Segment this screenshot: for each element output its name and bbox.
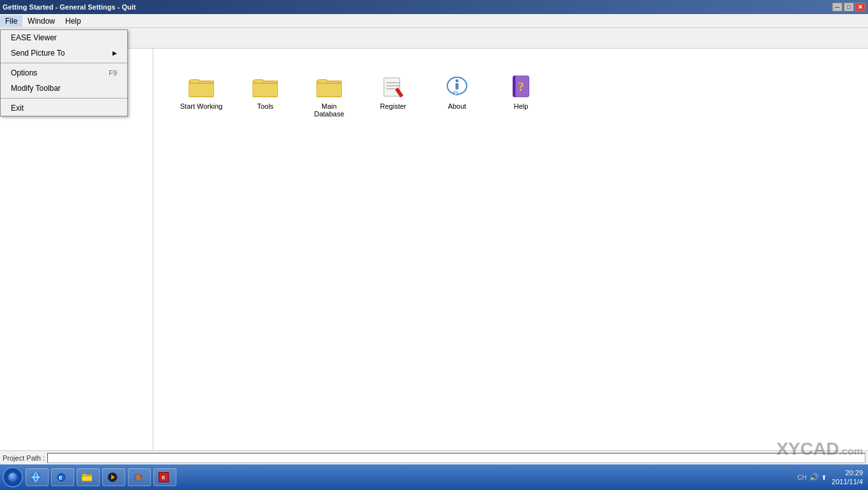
file-menu[interactable]: File	[0, 15, 22, 27]
sys-tray: CH 🔊 ⬆	[798, 473, 826, 482]
exit-item[interactable]: Exit	[1, 100, 127, 116]
svg-rect-36	[82, 474, 86, 476]
svg-rect-13	[316, 83, 342, 97]
svg-text:e: e	[59, 474, 63, 481]
folder-taskbar-icon	[81, 471, 93, 483]
main-database-label: Main Database	[307, 102, 352, 118]
svg-text:?: ?	[518, 80, 524, 93]
title-bar: Getting Started - General Settings - Qui…	[0, 0, 868, 14]
menu-separator-1	[1, 63, 127, 63]
taskbar-app-ie[interactable]: e	[51, 468, 74, 486]
main-layout: Main Database Start Working	[0, 49, 868, 450]
tray-volume-icon: ⬆	[821, 474, 826, 481]
about-icon-item[interactable]: About	[435, 74, 479, 118]
modify-toolbar-item[interactable]: Modify Toolbar	[1, 81, 127, 96]
taskbar-clock: 20:29 2011/11/4	[832, 468, 863, 487]
file-menu-container: File EASE Viewer Send Picture To ▶ Optio…	[0, 15, 22, 27]
start-working-icon	[189, 74, 214, 100]
status-label: Project Path :	[3, 454, 45, 462]
register-icon-item[interactable]: Register	[371, 74, 415, 118]
register-label: Register	[380, 102, 407, 110]
window-controls: ─ □ ✕	[832, 3, 865, 12]
watermark: XYCAD.com	[777, 439, 863, 459]
taskbar-right: CH 🔊 ⬆ 20:29 2011/11/4	[798, 468, 865, 487]
send-picture-to-item[interactable]: Send Picture To ▶	[1, 45, 127, 61]
taskbar-app-media[interactable]	[102, 468, 125, 486]
taskbar: e E CH 🔊 ⬆ 20:29 2011/11/4	[0, 464, 868, 490]
svg-rect-8	[190, 80, 199, 84]
svg-rect-35	[82, 476, 92, 481]
taskbar-app-folder[interactable]	[77, 468, 100, 486]
svg-rect-7	[189, 83, 214, 97]
minimize-button[interactable]: ─	[832, 3, 842, 12]
ease-icon: E	[158, 471, 169, 483]
menu-bar: File EASE Viewer Send Picture To ▶ Optio…	[0, 14, 868, 28]
title-text: Getting Started - General Settings - Qui…	[3, 3, 136, 11]
register-icon	[380, 74, 406, 100]
svg-rect-24	[456, 83, 459, 90]
submenu-arrow: ▶	[112, 50, 117, 56]
status-value	[47, 453, 865, 463]
tray-ch-icon: CH	[798, 474, 807, 481]
taskbar-app-ease[interactable]: E	[153, 468, 176, 486]
tools-label: Tools	[257, 102, 274, 110]
media-icon	[107, 471, 118, 483]
icon-grid: Start Working Tools	[166, 61, 855, 130]
status-bar: Project Path :	[0, 450, 868, 464]
tray-network-icon: 🔊	[809, 473, 819, 482]
restore-button[interactable]: □	[844, 3, 854, 12]
start-orb	[8, 473, 17, 482]
tools-icon-item[interactable]: Tools	[243, 74, 288, 118]
close-button[interactable]: ✕	[855, 3, 865, 12]
taskbar-app-explorer[interactable]	[26, 468, 49, 486]
about-label: About	[448, 102, 467, 110]
main-database-icon	[316, 74, 342, 100]
options-item[interactable]: Options F9	[1, 65, 127, 81]
menu-separator-2	[1, 98, 127, 99]
svg-rect-15	[384, 78, 400, 97]
svg-point-23	[456, 79, 459, 83]
help-icon: ?	[508, 74, 534, 100]
explorer-icon	[30, 471, 42, 483]
svg-rect-26	[513, 76, 516, 97]
content-area: Start Working Tools	[153, 49, 868, 450]
svg-rect-11	[254, 80, 263, 84]
ease-viewer-item[interactable]: EASE Viewer	[1, 30, 127, 45]
options-shortcut: F9	[109, 69, 117, 77]
about-icon	[444, 74, 470, 100]
start-working-label: Start Working	[180, 102, 222, 110]
start-button[interactable]	[3, 467, 23, 487]
taskbar-app-firefox[interactable]	[128, 468, 151, 486]
help-icon-item[interactable]: ? Help	[499, 74, 543, 118]
help-menu[interactable]: Help	[60, 15, 86, 27]
file-dropdown: EASE Viewer Send Picture To ▶ Options F9…	[0, 29, 128, 116]
svg-rect-10	[252, 83, 278, 97]
window-menu[interactable]: Window	[22, 15, 60, 27]
help-label: Help	[514, 102, 529, 110]
start-working-icon-item[interactable]: Start Working	[179, 74, 224, 118]
tools-icon	[252, 74, 278, 100]
firefox-icon	[132, 471, 144, 483]
clock-time: 20:29	[832, 468, 863, 477]
toolbar	[0, 28, 868, 49]
main-database-icon-item[interactable]: Main Database	[307, 74, 352, 118]
ie-icon: e	[56, 471, 67, 483]
svg-rect-14	[318, 80, 327, 84]
clock-date: 2011/11/4	[832, 477, 863, 486]
